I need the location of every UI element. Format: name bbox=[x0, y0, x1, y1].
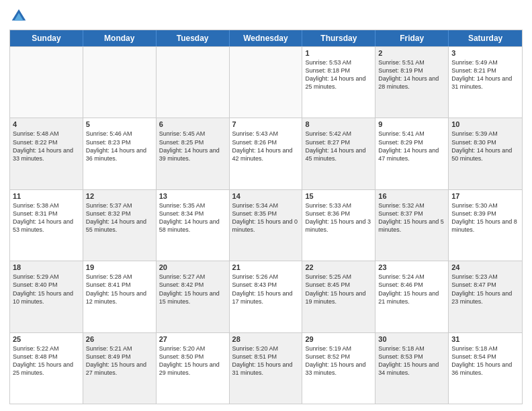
calendar-header-row: SundayMondayTuesdayWednesdayThursdayFrid… bbox=[10, 30, 522, 46]
day-number: 17 bbox=[451, 192, 519, 200]
page: SundayMondayTuesdayWednesdayThursdayFrid… bbox=[0, 0, 532, 411]
cal-header-tuesday: Tuesday bbox=[157, 30, 230, 46]
day-info: Sunrise: 5:22 AM Sunset: 8:48 PM Dayligh… bbox=[13, 345, 80, 377]
cal-cell: 2Sunrise: 5:51 AM Sunset: 8:19 PM Daylig… bbox=[375, 47, 449, 118]
day-number: 3 bbox=[451, 49, 519, 57]
cal-header-friday: Friday bbox=[375, 30, 449, 46]
day-number: 6 bbox=[159, 120, 226, 128]
day-number: 16 bbox=[378, 192, 445, 200]
cal-cell: 8Sunrise: 5:42 AM Sunset: 8:27 PM Daylig… bbox=[302, 118, 375, 189]
day-info: Sunrise: 5:32 AM Sunset: 8:37 PM Dayligh… bbox=[378, 201, 445, 234]
day-number: 18 bbox=[13, 263, 80, 271]
cal-cell: 9Sunrise: 5:41 AM Sunset: 8:29 PM Daylig… bbox=[375, 118, 449, 189]
cal-cell: 14Sunrise: 5:34 AM Sunset: 8:35 PM Dayli… bbox=[230, 190, 303, 261]
cal-cell: 27Sunrise: 5:20 AM Sunset: 8:50 PM Dayli… bbox=[157, 333, 230, 404]
cal-cell: 1Sunrise: 5:53 AM Sunset: 8:18 PM Daylig… bbox=[302, 47, 375, 118]
day-number: 28 bbox=[232, 335, 300, 343]
day-number: 10 bbox=[451, 120, 519, 128]
cal-cell: 25Sunrise: 5:22 AM Sunset: 8:48 PM Dayli… bbox=[10, 333, 83, 404]
day-number: 22 bbox=[305, 263, 372, 271]
day-number: 27 bbox=[159, 335, 226, 343]
logo bbox=[9, 7, 31, 26]
day-number: 7 bbox=[232, 120, 300, 128]
cal-cell: 31Sunrise: 5:18 AM Sunset: 8:54 PM Dayli… bbox=[449, 333, 522, 404]
cal-cell: 29Sunrise: 5:19 AM Sunset: 8:52 PM Dayli… bbox=[302, 333, 375, 404]
day-info: Sunrise: 5:45 AM Sunset: 8:25 PM Dayligh… bbox=[159, 130, 226, 163]
cal-header-saturday: Saturday bbox=[449, 30, 522, 46]
day-info: Sunrise: 5:34 AM Sunset: 8:35 PM Dayligh… bbox=[232, 201, 300, 234]
day-info: Sunrise: 5:39 AM Sunset: 8:30 PM Dayligh… bbox=[451, 130, 519, 163]
cal-week-3: 11Sunrise: 5:38 AM Sunset: 8:31 PM Dayli… bbox=[10, 189, 522, 261]
day-info: Sunrise: 5:23 AM Sunset: 8:47 PM Dayligh… bbox=[451, 273, 519, 306]
day-info: Sunrise: 5:33 AM Sunset: 8:36 PM Dayligh… bbox=[305, 201, 372, 234]
cal-cell: 24Sunrise: 5:23 AM Sunset: 8:47 PM Dayli… bbox=[449, 261, 522, 332]
day-info: Sunrise: 5:48 AM Sunset: 8:22 PM Dayligh… bbox=[13, 130, 80, 163]
cal-week-1: 1Sunrise: 5:53 AM Sunset: 8:18 PM Daylig… bbox=[10, 46, 522, 118]
cal-cell: 10Sunrise: 5:39 AM Sunset: 8:30 PM Dayli… bbox=[449, 118, 522, 189]
cal-cell: 20Sunrise: 5:27 AM Sunset: 8:42 PM Dayli… bbox=[157, 261, 230, 332]
day-number: 8 bbox=[305, 120, 372, 128]
day-info: Sunrise: 5:21 AM Sunset: 8:49 PM Dayligh… bbox=[86, 345, 153, 377]
day-info: Sunrise: 5:41 AM Sunset: 8:29 PM Dayligh… bbox=[378, 130, 445, 163]
logo-icon bbox=[9, 7, 28, 26]
day-info: Sunrise: 5:42 AM Sunset: 8:27 PM Dayligh… bbox=[305, 130, 372, 163]
day-info: Sunrise: 5:18 AM Sunset: 8:54 PM Dayligh… bbox=[451, 345, 519, 377]
day-number: 24 bbox=[451, 263, 519, 271]
cal-cell bbox=[10, 47, 83, 118]
header bbox=[9, 7, 523, 26]
day-number: 2 bbox=[378, 49, 445, 57]
cal-cell: 17Sunrise: 5:30 AM Sunset: 8:39 PM Dayli… bbox=[449, 190, 522, 261]
day-info: Sunrise: 5:49 AM Sunset: 8:21 PM Dayligh… bbox=[451, 58, 519, 91]
day-number: 13 bbox=[159, 192, 226, 200]
cal-cell: 19Sunrise: 5:28 AM Sunset: 8:41 PM Dayli… bbox=[83, 261, 157, 332]
day-number: 4 bbox=[13, 120, 80, 128]
cal-cell: 16Sunrise: 5:32 AM Sunset: 8:37 PM Dayli… bbox=[375, 190, 449, 261]
day-info: Sunrise: 5:35 AM Sunset: 8:34 PM Dayligh… bbox=[159, 201, 226, 234]
cal-cell: 5Sunrise: 5:46 AM Sunset: 8:23 PM Daylig… bbox=[83, 118, 157, 189]
cal-week-2: 4Sunrise: 5:48 AM Sunset: 8:22 PM Daylig… bbox=[10, 118, 522, 189]
cal-cell: 28Sunrise: 5:20 AM Sunset: 8:51 PM Dayli… bbox=[230, 333, 303, 404]
cal-cell: 15Sunrise: 5:33 AM Sunset: 8:36 PM Dayli… bbox=[302, 190, 375, 261]
day-info: Sunrise: 5:37 AM Sunset: 8:32 PM Dayligh… bbox=[86, 201, 153, 234]
day-info: Sunrise: 5:18 AM Sunset: 8:53 PM Dayligh… bbox=[378, 345, 445, 377]
cal-cell bbox=[83, 47, 157, 118]
day-info: Sunrise: 5:27 AM Sunset: 8:42 PM Dayligh… bbox=[159, 273, 226, 306]
day-info: Sunrise: 5:43 AM Sunset: 8:26 PM Dayligh… bbox=[232, 130, 300, 163]
day-info: Sunrise: 5:25 AM Sunset: 8:45 PM Dayligh… bbox=[305, 273, 372, 306]
cal-week-5: 25Sunrise: 5:22 AM Sunset: 8:48 PM Dayli… bbox=[10, 332, 522, 404]
day-number: 5 bbox=[86, 120, 153, 128]
day-number: 23 bbox=[378, 263, 445, 271]
day-info: Sunrise: 5:29 AM Sunset: 8:40 PM Dayligh… bbox=[13, 273, 80, 306]
day-number: 12 bbox=[86, 192, 153, 200]
cal-cell: 22Sunrise: 5:25 AM Sunset: 8:45 PM Dayli… bbox=[302, 261, 375, 332]
day-info: Sunrise: 5:30 AM Sunset: 8:39 PM Dayligh… bbox=[451, 201, 519, 234]
day-info: Sunrise: 5:20 AM Sunset: 8:51 PM Dayligh… bbox=[232, 345, 300, 377]
day-number: 29 bbox=[305, 335, 372, 343]
cal-week-4: 18Sunrise: 5:29 AM Sunset: 8:40 PM Dayli… bbox=[10, 261, 522, 332]
cal-cell: 6Sunrise: 5:45 AM Sunset: 8:25 PM Daylig… bbox=[157, 118, 230, 189]
cal-cell: 4Sunrise: 5:48 AM Sunset: 8:22 PM Daylig… bbox=[10, 118, 83, 189]
calendar: SundayMondayTuesdayWednesdayThursdayFrid… bbox=[9, 30, 523, 404]
day-number: 11 bbox=[13, 192, 80, 200]
day-info: Sunrise: 5:24 AM Sunset: 8:46 PM Dayligh… bbox=[378, 273, 445, 306]
day-info: Sunrise: 5:26 AM Sunset: 8:43 PM Dayligh… bbox=[232, 273, 300, 306]
day-number: 25 bbox=[13, 335, 80, 343]
cal-cell: 3Sunrise: 5:49 AM Sunset: 8:21 PM Daylig… bbox=[449, 47, 522, 118]
day-number: 30 bbox=[378, 335, 445, 343]
day-number: 1 bbox=[305, 49, 372, 57]
day-info: Sunrise: 5:28 AM Sunset: 8:41 PM Dayligh… bbox=[86, 273, 153, 306]
cal-header-monday: Monday bbox=[83, 30, 157, 46]
day-info: Sunrise: 5:20 AM Sunset: 8:50 PM Dayligh… bbox=[159, 345, 226, 377]
day-info: Sunrise: 5:19 AM Sunset: 8:52 PM Dayligh… bbox=[305, 345, 372, 377]
day-number: 9 bbox=[378, 120, 445, 128]
cal-header-thursday: Thursday bbox=[302, 30, 375, 46]
day-number: 19 bbox=[86, 263, 153, 271]
cal-cell: 26Sunrise: 5:21 AM Sunset: 8:49 PM Dayli… bbox=[83, 333, 157, 404]
day-number: 26 bbox=[86, 335, 153, 343]
cal-cell: 23Sunrise: 5:24 AM Sunset: 8:46 PM Dayli… bbox=[375, 261, 449, 332]
cal-cell: 30Sunrise: 5:18 AM Sunset: 8:53 PM Dayli… bbox=[375, 333, 449, 404]
cal-cell: 18Sunrise: 5:29 AM Sunset: 8:40 PM Dayli… bbox=[10, 261, 83, 332]
cal-cell: 11Sunrise: 5:38 AM Sunset: 8:31 PM Dayli… bbox=[10, 190, 83, 261]
cal-cell: 21Sunrise: 5:26 AM Sunset: 8:43 PM Dayli… bbox=[230, 261, 303, 332]
day-number: 31 bbox=[451, 335, 519, 343]
